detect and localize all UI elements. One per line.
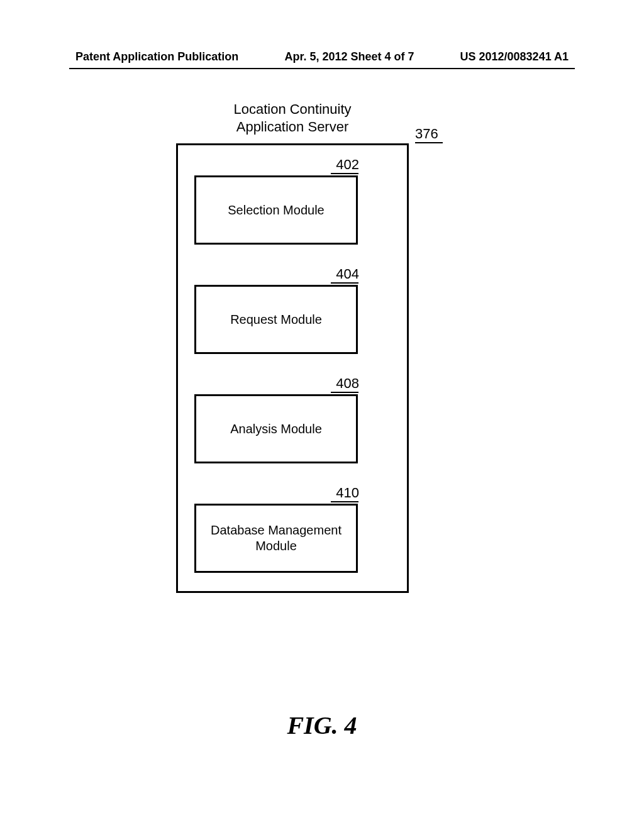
module-analysis: Analysis Module [194,394,358,463]
module-db-management-label: Database Management Module [203,523,350,554]
module-ref-underline-2 [331,282,358,284]
module-ref-4: 410 [321,485,359,501]
server-title-line2: Application Server [236,119,349,135]
server-title: Location Continuity Application Server [176,101,409,135]
module-ref-underline-4 [331,501,358,502]
module-selection-label: Selection Module [228,202,324,218]
module-ref-1: 402 [321,157,359,173]
module-ref-3: 408 [321,375,359,392]
module-analysis-label: Analysis Module [230,421,322,437]
header-center: Apr. 5, 2012 Sheet 4 of 7 [284,50,414,64]
module-ref-2: 404 [321,266,359,282]
server-ref-number: 376 [415,126,438,142]
server-ref-underline [415,142,443,143]
page-header: Patent Application Publication Apr. 5, 2… [75,50,569,67]
module-request-label: Request Module [230,312,322,328]
module-ref-underline-1 [331,173,358,174]
module-selection: Selection Module [194,175,358,245]
figure-label: FIG. 4 [0,711,644,740]
module-db-management: Database Management Module [194,504,358,573]
header-left: Patent Application Publication [75,50,238,64]
server-box: 402 Selection Module 404 Request Module … [176,143,409,593]
module-request: Request Module [194,285,358,354]
module-ref-underline-3 [331,392,358,393]
header-rule [69,68,575,69]
header-right: US 2012/0083241 A1 [460,50,569,64]
server-title-line1: Location Continuity [233,101,351,117]
